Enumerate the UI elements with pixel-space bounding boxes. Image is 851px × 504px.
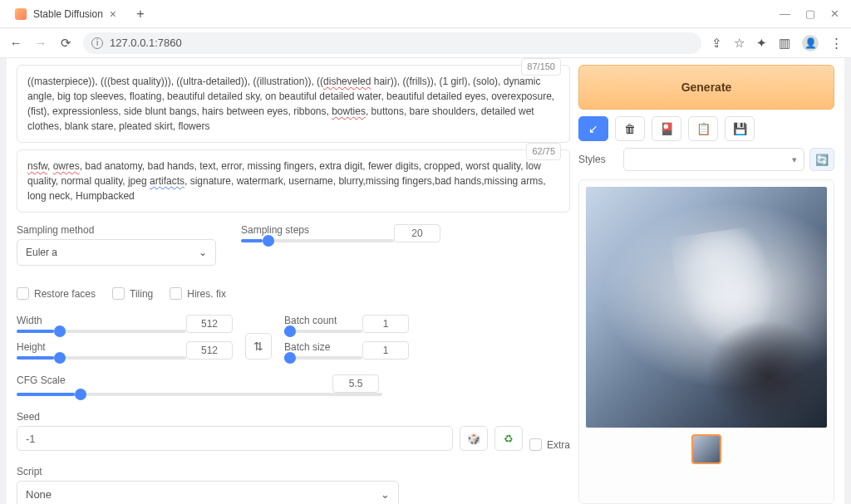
extra-networks-button[interactable]: 🎴 — [652, 116, 681, 141]
gallery-thumbnail[interactable] — [691, 434, 721, 464]
sampling-steps-value[interactable]: 20 — [394, 224, 440, 242]
cfg-scale-slider[interactable] — [17, 393, 382, 396]
batch-count-label: Batch count 1 — [284, 315, 409, 326]
seed-recycle-button[interactable]: ♻ — [494, 426, 523, 451]
chevron-down-icon: ⌄ — [199, 247, 207, 258]
negative-prompt-textarea[interactable]: 62/75 nsfw, owres, bad anatomy, bad hand… — [17, 149, 570, 213]
script-select[interactable]: None ⌄ — [17, 481, 399, 504]
bookmark-icon[interactable]: ☆ — [734, 36, 745, 51]
extensions-icon[interactable]: ✦ — [756, 36, 767, 51]
clear-prompt-button[interactable]: 🗑 — [615, 116, 645, 141]
forward-icon[interactable]: → — [33, 36, 48, 50]
neg-text-part: nsfw — [27, 160, 47, 172]
batch-size-label: Batch size 1 — [284, 341, 409, 353]
width-slider[interactable] — [17, 330, 186, 333]
browser-toolbar: ← → ⟳ i 127.0.0.1:7860 ⇪ ☆ ✦ ▥ 👤 ⋮ — [0, 28, 851, 58]
height-label: Height 512 — [17, 341, 233, 353]
sampling-method-value: Euler a — [26, 247, 57, 258]
chevron-down-icon: ⌄ — [381, 488, 390, 501]
swap-dimensions-button[interactable]: ⇅ — [245, 333, 272, 360]
hires-fix-checkbox[interactable]: Hires. fix — [170, 287, 226, 300]
seed-random-button[interactable]: 🎲 — [460, 426, 488, 451]
close-window-icon[interactable]: ✕ — [830, 7, 839, 20]
styles-select[interactable]: ▾ — [623, 148, 804, 171]
menu-icon[interactable]: ⋮ — [830, 36, 843, 51]
browser-tab[interactable]: Stable Diffusion × — [5, 2, 125, 27]
seed-label: Seed — [17, 411, 570, 423]
sampling-method-label: Sampling method — [17, 224, 216, 236]
prompt-token-counter: 87/150 — [521, 58, 561, 76]
generate-button[interactable]: Generate — [578, 65, 834, 110]
minimize-icon[interactable]: — — [780, 7, 790, 20]
reload-icon[interactable]: ⟳ — [58, 36, 73, 51]
width-value[interactable]: 512 — [186, 315, 233, 333]
styles-label: Styles — [578, 154, 618, 165]
window-controls: — ▢ ✕ — [780, 7, 851, 20]
generated-image[interactable] — [586, 187, 827, 428]
prompt-text-part: bowties — [332, 105, 366, 117]
script-label: Script — [17, 466, 399, 477]
tab-title: Stable Diffusion — [33, 8, 103, 20]
sampling-steps-slider[interactable] — [241, 239, 394, 242]
share-icon[interactable]: ⇪ — [711, 36, 722, 51]
tiling-checkbox[interactable]: Tiling — [112, 287, 153, 300]
chevron-down-icon: ▾ — [792, 154, 797, 165]
sampling-method-select[interactable]: Euler a ⌄ — [17, 239, 216, 266]
width-label: Width 512 — [17, 315, 233, 326]
app-content: 87/150 ((masterpiece)), (((best quality)… — [7, 58, 844, 504]
batch-count-value[interactable]: 1 — [362, 315, 409, 333]
paste-button[interactable]: 📋 — [688, 116, 718, 141]
reading-list-icon[interactable]: ▥ — [779, 36, 790, 51]
profile-avatar[interactable]: 👤 — [802, 35, 819, 51]
seed-extra-checkbox[interactable]: Extra — [529, 438, 570, 451]
maximize-icon[interactable]: ▢ — [805, 7, 815, 20]
read-params-button[interactable]: ↙ — [578, 116, 608, 141]
output-gallery: ✕ — [578, 179, 834, 504]
cfg-scale-label: CFG Scale 5.5 — [17, 374, 570, 386]
new-tab-button[interactable]: + — [131, 5, 150, 23]
sampling-steps-label: Sampling steps 20 — [241, 224, 440, 236]
batch-size-value[interactable]: 1 — [362, 341, 409, 360]
save-style-button[interactable]: 💾 — [725, 116, 755, 141]
back-icon[interactable]: ← — [8, 36, 23, 50]
url-text: 127.0.0.1:7860 — [110, 37, 182, 49]
tab-close-icon[interactable]: × — [110, 7, 116, 21]
batch-count-slider[interactable] — [284, 330, 362, 333]
site-info-icon[interactable]: i — [91, 37, 103, 49]
neg-text-part: , — [47, 160, 53, 172]
address-bar[interactable]: i 127.0.0.1:7860 — [83, 32, 701, 54]
prompt-text-part: ((masterpiece)), (((best quality))), ((u… — [27, 76, 323, 87]
prompt-textarea[interactable]: 87/150 ((masterpiece)), (((best quality)… — [17, 65, 570, 143]
script-value: None — [26, 488, 52, 501]
styles-refresh-button[interactable]: 🔄 — [809, 148, 834, 171]
browser-titlebar: Stable Diffusion × + — ▢ ✕ — [0, 0, 851, 28]
height-slider[interactable] — [17, 356, 186, 360]
seed-input[interactable]: -1 — [17, 426, 453, 451]
restore-faces-checkbox[interactable]: Restore faces — [17, 287, 96, 300]
cfg-scale-value[interactable]: 5.5 — [332, 374, 379, 393]
tab-favicon — [15, 8, 27, 20]
neg-prompt-token-counter: 62/75 — [526, 143, 561, 160]
batch-size-slider[interactable] — [284, 356, 362, 360]
prompt-text-part: disheveled — [323, 76, 371, 87]
height-value[interactable]: 512 — [186, 341, 233, 360]
neg-text-part: artifacts — [150, 175, 184, 187]
neg-text-part: owres — [53, 160, 80, 172]
